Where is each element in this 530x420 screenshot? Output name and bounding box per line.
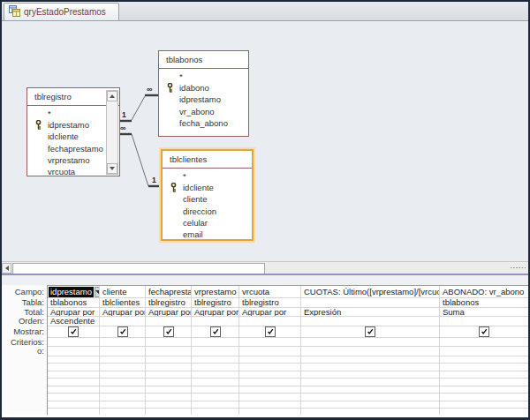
checkbox-checked[interactable] (210, 326, 221, 337)
field-row-idprestamo[interactable]: idprestamo (159, 94, 248, 105)
grid-cell-orden[interactable] (100, 317, 145, 326)
grid-cell-o[interactable] (100, 347, 145, 356)
grid-cell-criterios[interactable] (192, 338, 238, 348)
grid-cell-empty[interactable] (146, 371, 191, 379)
grid-cell-total[interactable]: Agrupar por (146, 308, 191, 318)
grid-cell-empty[interactable] (192, 371, 238, 379)
grid-cell-empty[interactable] (146, 364, 191, 371)
grid-cell-campo[interactable]: ABONADO: vr_abono (440, 286, 528, 298)
grid-cell-empty[interactable] (440, 356, 528, 364)
grid-cell-empty[interactable] (100, 394, 145, 401)
grid-cell-campo[interactable]: idprestamo (48, 286, 99, 298)
grid-cell-tabla[interactable]: tblregistro (239, 298, 300, 308)
field-row-all-columns[interactable]: * (163, 170, 252, 182)
grid-cell-empty[interactable] (48, 386, 99, 394)
table-title[interactable]: tblclientes (163, 151, 252, 169)
grid-cell-empty[interactable] (440, 401, 528, 409)
join-line-registro-clientes[interactable]: ∞ 1 (118, 124, 162, 186)
grid-cell-empty[interactable] (48, 394, 99, 401)
grid-cell-empty[interactable] (239, 386, 300, 394)
grid-cell-empty[interactable] (100, 371, 145, 379)
grid-cell-o[interactable] (239, 347, 300, 356)
grid-cell-empty[interactable] (301, 386, 439, 394)
grid-cell-empty[interactable] (440, 409, 528, 415)
field-list-scrollbar[interactable] (106, 90, 118, 175)
grid-cell-total[interactable]: Expresión (301, 308, 439, 318)
checkbox-checked[interactable] (117, 326, 128, 337)
grid-cell-campo[interactable]: vrprestamo (192, 286, 238, 298)
grid-cell-empty[interactable] (239, 364, 300, 371)
grid-cell-empty[interactable] (100, 364, 145, 371)
table-card-tblregistro[interactable]: tblregistro *idprestamoidclientefechapre… (26, 87, 120, 176)
grid-cell-total[interactable]: Agrupar por (192, 308, 238, 318)
checkbox-checked[interactable] (265, 326, 276, 337)
grid-cell-tabla[interactable]: tblregistro (146, 298, 191, 308)
field-row-direccion[interactable]: direccion (163, 206, 252, 217)
checkbox-checked[interactable] (365, 326, 375, 337)
grid-cell-tabla[interactable] (301, 298, 439, 308)
grid-cell-campo[interactable]: cliente (100, 286, 145, 298)
grid-cell-empty[interactable] (146, 379, 191, 386)
grid-cell-empty[interactable] (192, 401, 238, 409)
grid-cell-empty[interactable] (239, 371, 300, 379)
arrow-up-icon[interactable] (107, 91, 117, 101)
field-row-cliente[interactable]: cliente (163, 193, 252, 205)
grid-cell-empty[interactable] (301, 364, 439, 371)
grid-cell-empty[interactable] (301, 394, 439, 401)
checkbox-checked[interactable] (163, 326, 174, 337)
grid-cell-empty[interactable] (239, 379, 300, 386)
field-row-email[interactable]: email (163, 229, 252, 240)
grid-cell-empty[interactable] (301, 409, 439, 415)
grid-cell-o[interactable] (192, 347, 238, 356)
grid-cell-empty[interactable] (146, 356, 191, 364)
table-card-tblabonos[interactable]: tblabonos *idabonoidprestamovr_abonofech… (158, 50, 249, 137)
grid-cell-orden[interactable] (146, 317, 191, 326)
grid-cell-total[interactable]: Agrupar por (48, 308, 99, 318)
field-row-fecha_abono[interactable]: fecha_abono (159, 117, 248, 129)
grid-cell-orden[interactable] (440, 317, 528, 326)
field-row-all-columns[interactable]: * (159, 71, 248, 82)
grid-cell-empty[interactable] (48, 364, 99, 371)
grid-cell-tabla[interactable]: tblclientes (100, 298, 145, 308)
grid-cell-empty[interactable] (100, 401, 145, 409)
grid-cell-empty[interactable] (440, 379, 528, 386)
checkbox-checked[interactable] (479, 326, 489, 337)
grid-cell-criterios[interactable] (301, 338, 439, 348)
arrow-down-icon[interactable] (107, 163, 117, 174)
grid-cell-empty[interactable] (192, 379, 238, 386)
grid-cell-empty[interactable] (146, 386, 191, 394)
grid-cell-empty[interactable] (301, 379, 439, 386)
tab-qryEstadoPrestamos[interactable]: qryEstadoPrestamos (4, 3, 119, 20)
grid-cell-criterios[interactable] (239, 338, 300, 348)
grid-cell-empty[interactable] (192, 394, 238, 401)
grid-cell-criterios[interactable] (440, 338, 528, 348)
grid-cell-orden[interactable] (239, 317, 300, 326)
field-row-celular[interactable]: celular (163, 217, 252, 229)
grid-cell-empty[interactable] (146, 401, 191, 409)
grid-cell-total[interactable]: Agrupar por (239, 308, 300, 318)
checkbox-checked[interactable] (68, 326, 79, 337)
grid-cell-empty[interactable] (48, 356, 99, 364)
splitter-dots[interactable] (510, 266, 526, 269)
grid-cell-empty[interactable] (239, 394, 300, 401)
grid-cell-o[interactable] (146, 347, 191, 356)
grid-cell-empty[interactable] (440, 394, 528, 401)
grid-cell-tabla[interactable]: tblabonos (440, 298, 528, 308)
grid-cell-empty[interactable] (146, 394, 191, 401)
design-horizontal-scrollbar[interactable] (2, 261, 528, 274)
grid-cell-empty[interactable] (440, 364, 528, 371)
grid-cell-o[interactable] (440, 347, 528, 356)
grid-cell-tabla[interactable]: tblregistro (192, 298, 238, 308)
grid-cell-empty[interactable] (239, 409, 300, 415)
join-line-registro-abonos[interactable]: 1 ∞ (118, 85, 158, 121)
grid-cell-empty[interactable] (192, 409, 238, 415)
arrow-left-icon[interactable] (2, 263, 11, 274)
field-row-vr_abono[interactable]: vr_abono (159, 106, 248, 117)
grid-cell-total[interactable]: Agrupar por (100, 308, 145, 318)
grid-cell-campo[interactable]: fechaprestamo (146, 286, 191, 298)
grid-cell-orden[interactable] (192, 317, 238, 326)
grid-cell-empty[interactable] (192, 364, 238, 371)
grid-cell-total[interactable]: Suma (440, 308, 528, 318)
grid-cell-orden[interactable]: Ascendente (48, 317, 99, 326)
grid-cell-criterios[interactable] (100, 338, 145, 348)
